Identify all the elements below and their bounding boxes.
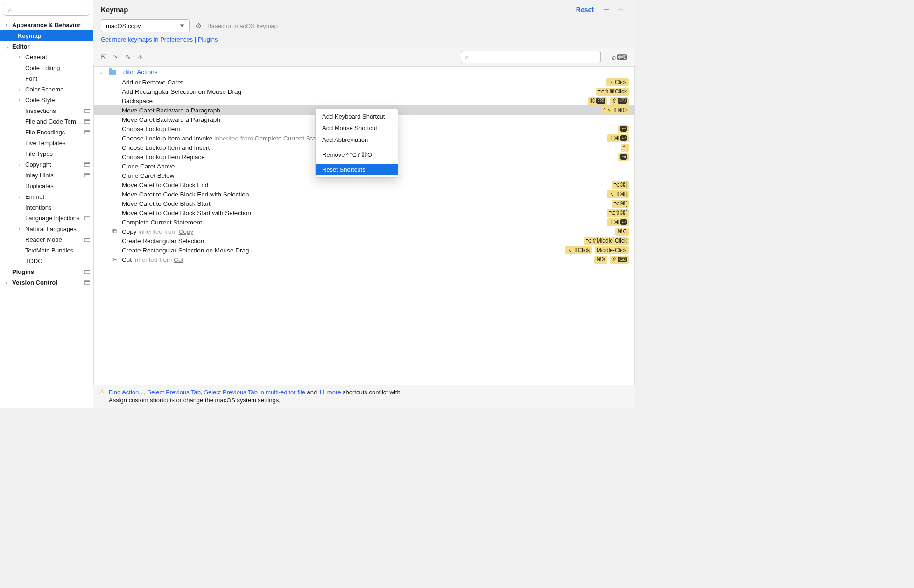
sidebar-item-label: Font <box>25 75 93 82</box>
shortcut-list: ⇧⌘↩ <box>607 218 629 226</box>
sidebar-item-label: Code Editing <box>25 64 93 71</box>
action-row[interactable]: Create Rectangular Selection⌥⇧Middle-Cli… <box>94 236 634 245</box>
action-row[interactable]: Create Rectangular Selection on Mouse Dr… <box>94 245 634 255</box>
sidebar-item-label: Inspections <box>25 107 84 114</box>
sidebar-item[interactable]: Language Injections <box>0 213 93 224</box>
chevron-icon: › <box>19 87 24 92</box>
sidebar-item-label: File Types <box>25 150 93 157</box>
shortcut-badge: ⌥⌘[ <box>612 200 629 208</box>
sidebar-item[interactable]: Keymap <box>0 30 93 41</box>
sidebar-item[interactable]: Font <box>0 73 93 84</box>
sidebar-item[interactable]: ›Natural Languages <box>0 224 93 234</box>
schema-icon <box>84 130 90 134</box>
keymap-select-value: macOS copy <box>106 22 141 29</box>
sidebar-item-label: Code Style <box>25 97 93 104</box>
sidebar-item[interactable]: TODO <box>0 256 93 266</box>
action-label: Move Caret to Code Block Start with Sele… <box>122 210 604 217</box>
sidebar-item[interactable]: ›Color Scheme <box>0 84 93 95</box>
context-menu-item[interactable]: Remove ^⌥⇧⌘O <box>316 149 398 161</box>
sidebar-item[interactable]: ⌄Editor <box>0 41 93 52</box>
action-label: Move Caret to Code Block End with Select… <box>122 191 604 198</box>
keymap-select[interactable]: macOS copy <box>101 19 190 32</box>
sidebar-item-label: Duplicates <box>25 182 93 189</box>
context-menu-item[interactable]: Add Abbreviation <box>316 134 398 146</box>
context-menu: Add Keyboard ShortcutAdd Mouse ShortcutA… <box>315 108 398 178</box>
sidebar-item[interactable]: ›Emmet <box>0 191 93 202</box>
action-label: Backspace <box>122 98 585 105</box>
action-row[interactable]: Complete Current Statement⇧⌘↩ <box>94 217 634 227</box>
context-menu-item[interactable]: Reset Shortcuts <box>316 164 398 175</box>
action-row[interactable]: ⧉Copy inherited from Copy⌘C <box>94 227 634 236</box>
sidebar-item-label: Live Templates <box>25 140 93 147</box>
shortcut-badge: ⌥⇧⌘] <box>607 190 629 198</box>
context-menu-item[interactable]: Add Keyboard Shortcut <box>316 111 398 122</box>
conflict-link-3[interactable]: Select Previous Tab in multi-editor file <box>204 389 305 396</box>
sidebar-item[interactable]: Code Editing <box>0 63 93 73</box>
edit-icon[interactable]: ✎ <box>125 53 131 61</box>
action-row[interactable]: Move Caret to Code Block End⌥⌘] <box>94 180 634 189</box>
action-row[interactable]: Move Caret to Code Block End with Select… <box>94 189 634 199</box>
shortcut-list: ⌘X⇧⌫ <box>594 256 629 264</box>
settings-sidebar: ⌕ ›Appearance & BehaviorKeymap⌄Editor›Ge… <box>0 0 93 408</box>
schema-icon <box>84 238 90 242</box>
sidebar-item[interactable]: ›Code Style <box>0 95 93 105</box>
shortcut-badge: ⇧⌘↩ <box>607 134 629 142</box>
sidebar-item[interactable]: Inlay Hints <box>0 170 93 181</box>
schema-icon <box>84 162 90 167</box>
shortcut-badge: ⇧⌘↩ <box>607 218 629 226</box>
nav-back-icon[interactable]: ← <box>602 5 611 14</box>
sidebar-item[interactable]: Plugins <box>0 266 93 277</box>
search-icon: ⌕ <box>8 6 12 14</box>
sidebar-item-label: TODO <box>25 258 93 265</box>
sidebar-search-input[interactable]: ⌕ <box>4 4 89 16</box>
chevron-icon: › <box>19 226 24 231</box>
chevron-icon: › <box>6 280 11 285</box>
action-row[interactable]: Add or Remove Caret⌥Click <box>94 77 634 87</box>
sidebar-item[interactable]: File and Code Templates <box>0 116 93 127</box>
sidebar-item[interactable]: Intentions <box>0 202 93 213</box>
shortcut-list: ⌥⇧Middle-Click <box>584 237 629 245</box>
sidebar-item[interactable]: File Encodings <box>0 127 93 138</box>
chevron-icon: › <box>19 55 24 60</box>
action-row[interactable]: Move Caret to Code Block Start⌥⌘[ <box>94 199 634 208</box>
find-by-shortcut-icon[interactable]: ⌕⌨ <box>612 53 627 62</box>
sidebar-item-label: Intentions <box>25 204 93 211</box>
sidebar-item-label: Copyright <box>25 161 84 168</box>
group-editor-actions[interactable]: ⌄ Editor Actions <box>94 67 634 77</box>
conflict-link-2[interactable]: Select Previous Tab <box>147 389 201 396</box>
action-icon: ✂ <box>112 256 118 263</box>
conflict-link-1[interactable]: Find Action... <box>109 389 144 396</box>
sidebar-item[interactable]: Inspections <box>0 105 93 116</box>
sidebar-item[interactable]: ›Version Control <box>0 277 93 288</box>
action-search-input[interactable]: ⌕ <box>461 51 601 63</box>
warning-icon[interactable]: ⚠ <box>137 53 143 61</box>
action-row[interactable]: Move Caret to Code Block Start with Sele… <box>94 208 634 217</box>
conflict-more-link[interactable]: 11 more <box>319 389 341 396</box>
collapse-all-icon[interactable]: ⇲ <box>113 53 119 61</box>
sidebar-item[interactable]: ›Copyright <box>0 159 93 170</box>
sidebar-item[interactable]: ›General <box>0 52 93 63</box>
sidebar-item[interactable]: Reader Mode <box>0 234 93 245</box>
get-more-keymaps-link[interactable]: Get more keymaps in Preferences | Plugin… <box>93 34 635 48</box>
sidebar-item-label: Natural Languages <box>25 225 93 232</box>
sidebar-item[interactable]: File Types <box>0 148 93 159</box>
action-row[interactable]: ✂Cut inherited from Cut⌘X⇧⌫ <box>94 255 634 264</box>
reset-button[interactable]: Reset <box>576 6 594 14</box>
shortcut-badge: ^. <box>621 144 629 152</box>
expand-all-icon[interactable]: ⇱ <box>101 53 106 61</box>
action-label: Move Caret to Code Block End <box>122 182 609 189</box>
action-label: Cut inherited from Cut <box>122 256 591 263</box>
sidebar-item[interactable]: ›Appearance & Behavior <box>0 20 93 30</box>
sidebar-item[interactable]: Live Templates <box>0 138 93 148</box>
sidebar-item-label: Appearance & Behavior <box>12 21 93 28</box>
sidebar-item[interactable]: TextMate Bundles <box>0 245 93 256</box>
sidebar-item[interactable]: Duplicates <box>0 181 93 191</box>
gear-icon[interactable]: ⚙ <box>195 21 202 30</box>
schema-icon <box>84 173 90 177</box>
sidebar-item-label: Language Injections <box>25 215 84 222</box>
action-row[interactable]: Add Rectangular Selection on Mouse Drag⌥… <box>94 87 634 96</box>
context-menu-item[interactable]: Add Mouse Shortcut <box>316 122 398 134</box>
action-row[interactable]: Backspace⌘⌫⇧⌫ <box>94 96 634 105</box>
sidebar-item-label: TextMate Bundles <box>25 247 93 254</box>
sidebar-item-label: Emmet <box>25 193 93 200</box>
